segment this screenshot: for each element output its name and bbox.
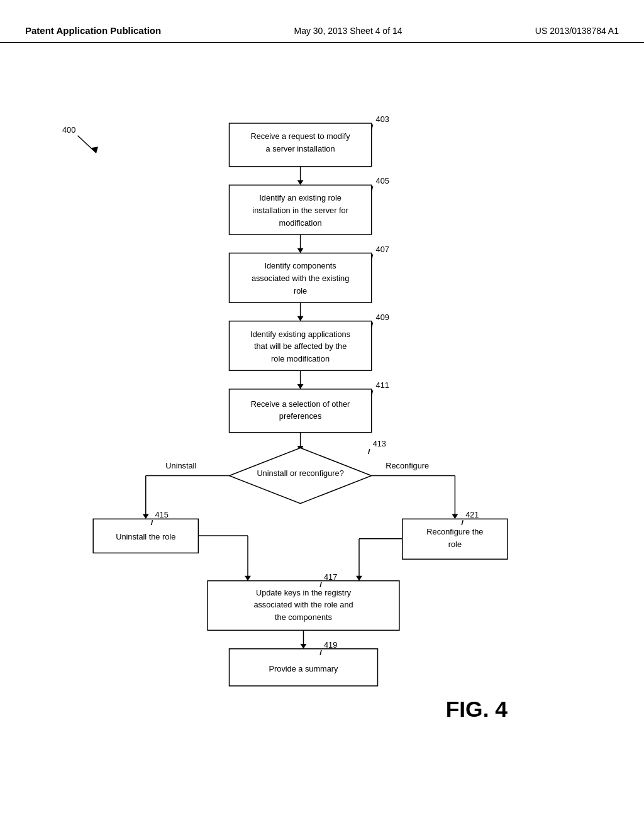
arrowhead-421-417 [356,576,362,581]
ref-413-tick [369,449,370,454]
arrowhead-417-419 [301,644,307,649]
header-patent-number: US 2013/0138784 A1 [535,26,619,36]
ref-419: 419 [324,640,337,650]
arrowhead-413-uninstall [143,514,149,519]
box-411-text1: Receive a selection of other [251,399,350,409]
box-417-text3: the components [275,612,332,622]
label-reconfigure: Reconfigure [386,461,429,470]
box-403-text1: Receive a request to modify [250,131,350,141]
box-417-text2: associated with the role and [253,600,353,609]
box-405-text3: modification [279,218,322,228]
box-421-text1: Reconfigure the [426,527,483,536]
ref-405: 405 [376,176,389,185]
box-419-text1: Provide a summary [269,664,339,673]
box-407-text2: associated with the existing [252,274,349,283]
box-407-text1: Identify components [264,262,336,271]
flowchart-svg: 400 Receive a request to modify a server… [25,55,619,785]
ref-403: 403 [376,114,389,124]
box-405-text2: installation in the server for [252,206,348,215]
diagram-area: 400 Receive a request to modify a server… [25,55,619,787]
box-403-text2: a server installation [266,144,335,153]
header-date-sheet: May 30, 2013 Sheet 4 of 14 [294,26,402,36]
arrowhead-407-409 [297,316,304,321]
box-421-text2: role [448,540,462,549]
figure-label: FIG. 4 [446,697,508,722]
label-uninstall: Uninstall [165,461,196,470]
arrowhead-413-reconfigure [452,514,458,519]
box-409-text1: Identify existing applications [250,329,350,339]
ref-409: 409 [376,313,389,322]
box-411 [230,389,372,433]
box-411-text2: preferences [279,411,321,421]
ref-400-arrowhead [91,147,98,153]
ref-411: 411 [376,380,389,390]
header-publication-label: Patent Application Publication [25,25,161,36]
box-409-text2: that will be affected by the [254,341,347,351]
arrowhead-403-405 [297,180,304,185]
page-header: Patent Application Publication May 30, 2… [0,13,644,43]
box-417-text1: Update keys in the registry [256,588,352,597]
arrowhead-415-417 [245,576,251,581]
arrowhead-409-411 [297,384,304,389]
ref-413: 413 [373,439,386,448]
box-405-text1: Identify an existing role [259,193,341,202]
ref-417: 417 [324,572,337,582]
box-407-text3: role [294,286,307,296]
ref-415: 415 [155,510,169,519]
diamond-413-text: Uninstall or reconfigure? [257,468,343,478]
ref-400: 400 [62,125,75,135]
ref-421: 421 [465,510,479,519]
arrowhead-405-407 [297,248,304,253]
box-415-text1: Uninstall the role [116,532,175,541]
ref-407: 407 [376,245,389,254]
box-409-text3: role modification [271,354,330,363]
page: Patent Application Publication May 30, 2… [0,0,644,830]
